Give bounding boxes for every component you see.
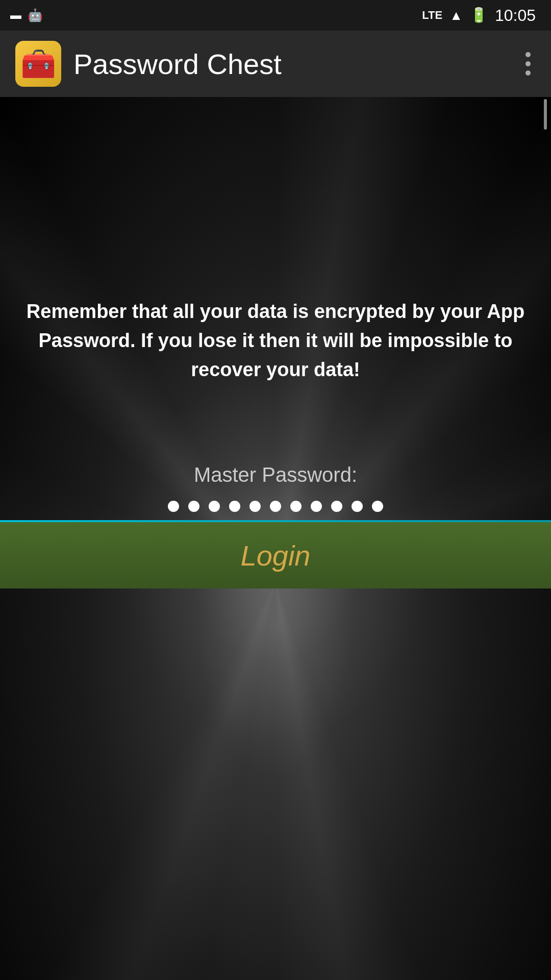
- main-content: Master Password: Login: [0, 97, 551, 980]
- password-dot-1: [168, 501, 179, 512]
- app-title: Password Chest: [73, 47, 520, 81]
- menu-dot-1: [525, 52, 531, 57]
- menu-dot-2: [525, 61, 531, 66]
- password-dot-6: [270, 501, 281, 512]
- password-dot-11: [372, 501, 383, 512]
- status-time: 10:05: [495, 6, 536, 25]
- master-password-label: Master Password:: [194, 463, 357, 486]
- status-bar-right-icons: LTE ▲ 🔋 10:05: [422, 6, 536, 25]
- overflow-menu-button[interactable]: [520, 47, 536, 81]
- android-icon: 🤖: [28, 9, 43, 21]
- status-bar: ▬ 🤖 LTE ▲ 🔋 10:05: [0, 0, 551, 31]
- login-button-label: Login: [240, 539, 310, 572]
- scrollbar[interactable]: [544, 99, 547, 130]
- password-dot-10: [352, 501, 363, 512]
- password-input[interactable]: [0, 501, 551, 512]
- battery-icon: 🔋: [470, 8, 488, 22]
- warning-text: Remember that all your data is encrypted…: [15, 297, 536, 384]
- password-dot-2: [188, 501, 199, 512]
- sim-icon: ▬: [10, 10, 21, 21]
- app-icon: 🧰: [15, 41, 61, 87]
- lte-icon: LTE: [422, 10, 442, 21]
- password-dot-8: [311, 501, 322, 512]
- password-dot-9: [331, 501, 342, 512]
- status-bar-left-icons: ▬ 🤖: [10, 9, 43, 21]
- login-button[interactable]: Login: [0, 522, 551, 589]
- password-dot-7: [290, 501, 302, 512]
- password-dot-3: [209, 501, 220, 512]
- menu-dot-3: [525, 70, 531, 76]
- login-form: Master Password: Login: [0, 463, 551, 589]
- password-dot-4: [229, 501, 240, 512]
- warning-area: Remember that all your data is encrypted…: [0, 277, 551, 384]
- app-bar: 🧰 Password Chest: [0, 31, 551, 97]
- password-underline: [0, 520, 551, 522]
- chest-icon: 🧰: [20, 50, 56, 78]
- password-dot-5: [249, 501, 261, 512]
- signal-icon: ▲: [449, 9, 463, 22]
